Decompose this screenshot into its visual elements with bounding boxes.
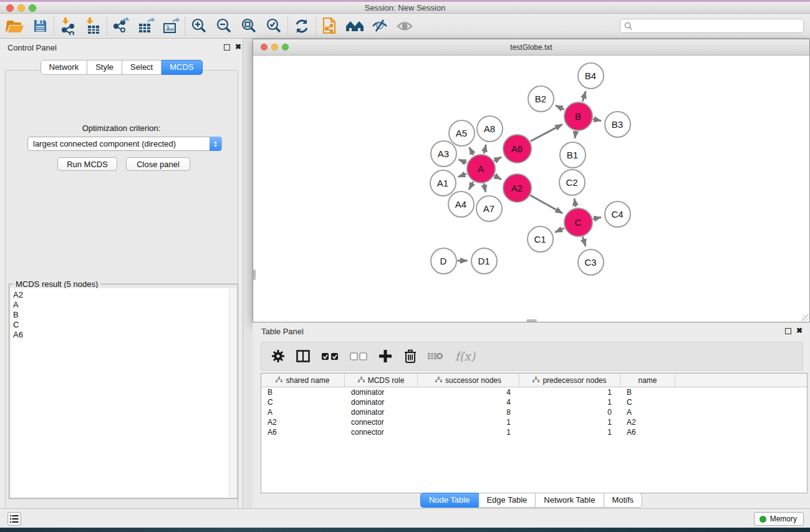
tab-network-table[interactable]: Network Table xyxy=(536,493,604,508)
table-row[interactable]: Adominator80A xyxy=(261,407,807,417)
edge-A2-C[interactable] xyxy=(530,195,562,213)
save-session-icon[interactable] xyxy=(27,16,52,37)
float-panel-icon[interactable] xyxy=(785,328,791,334)
table-row[interactable]: A6connector11A6 xyxy=(261,427,807,437)
network-canvas[interactable]: B4B2BB3B1A5A8A6A3AA1C2A2A4A7C4CC1C3DD1 xyxy=(253,56,809,322)
tab-node-table[interactable]: Node Table xyxy=(420,493,479,508)
export-network-icon[interactable] xyxy=(108,16,133,37)
edge-A6-B[interactable] xyxy=(531,124,562,141)
mcds-result-item[interactable]: C xyxy=(13,320,230,330)
table-row[interactable]: Cdominator41C xyxy=(261,397,807,407)
edge-C-C1[interactable] xyxy=(555,228,564,232)
edge-B-B4[interactable] xyxy=(582,91,586,101)
tab-mcds[interactable]: MCDS xyxy=(162,60,202,75)
hide-panel-eye-icon[interactable] xyxy=(367,16,392,37)
mcds-result-item[interactable]: A xyxy=(13,300,230,310)
delete-column-trash-icon[interactable] xyxy=(402,347,418,365)
graph-node-A6[interactable]: A6 xyxy=(503,134,532,163)
column-header-name[interactable]: name xyxy=(620,374,675,387)
task-history-button[interactable] xyxy=(7,512,21,526)
add-column-icon[interactable] xyxy=(377,347,393,365)
memory-button[interactable]: Memory xyxy=(754,512,804,526)
column-header-shared-name[interactable]: shared name xyxy=(261,374,345,387)
column-header-predecessor-nodes[interactable]: predecessor nodes xyxy=(519,374,620,387)
import-network-icon[interactable] xyxy=(55,16,80,37)
tab-style[interactable]: Style xyxy=(87,60,122,75)
mcds-result-item[interactable]: A6 xyxy=(13,330,230,340)
graph-node-A[interactable]: A xyxy=(466,154,496,183)
float-panel-icon[interactable] xyxy=(224,44,230,51)
edge-A-A6[interactable] xyxy=(494,157,501,161)
graph-node-B1[interactable]: B1 xyxy=(559,142,586,168)
zoom-fit-icon[interactable] xyxy=(236,16,261,37)
zoom-in-icon[interactable] xyxy=(186,16,211,37)
search-input[interactable] xyxy=(632,22,803,31)
mcds-result-item[interactable]: B xyxy=(13,310,230,320)
graph-node-B2[interactable]: B2 xyxy=(528,85,554,112)
graph-node-C2[interactable]: C2 xyxy=(559,169,586,196)
graph-node-A4[interactable]: A4 xyxy=(448,191,475,218)
table-row[interactable]: A2connector11A2 xyxy=(261,417,807,427)
graph-node-B3[interactable]: B3 xyxy=(604,111,631,138)
column-header-MCDS-role[interactable]: MCDS role xyxy=(345,374,418,387)
graph-node-C1[interactable]: C1 xyxy=(527,226,554,253)
new-network-icon[interactable] xyxy=(317,16,342,37)
delete-table-icon[interactable] xyxy=(427,347,443,365)
column-layout-icon[interactable] xyxy=(295,347,311,365)
graph-node-A5[interactable]: A5 xyxy=(448,120,475,147)
import-table-icon[interactable] xyxy=(80,16,105,37)
edge-C-C3[interactable] xyxy=(582,236,586,246)
graph-node-A3[interactable]: A3 xyxy=(430,140,457,167)
edge-A-A5[interactable] xyxy=(470,147,474,155)
resize-grip-icon[interactable] xyxy=(802,314,809,321)
function-builder-icon[interactable]: f(x) xyxy=(452,347,478,365)
edge-A-A8[interactable] xyxy=(484,145,486,153)
edge-A-A3[interactable] xyxy=(459,160,467,163)
close-panel-icon[interactable]: ✖ xyxy=(235,42,241,51)
mcds-result-list[interactable]: A2ABCA6 xyxy=(11,288,230,497)
graph-node-B4[interactable]: B4 xyxy=(577,62,604,89)
search-field[interactable] xyxy=(620,19,804,33)
graph-node-C[interactable]: C xyxy=(564,208,593,237)
table-row[interactable]: Bdominator41B xyxy=(261,387,807,397)
mcds-result-scrollbar[interactable] xyxy=(229,288,236,497)
optimization-criterion-dropdown[interactable]: largest connected component (directed) ▲… xyxy=(27,137,222,151)
refresh-view-icon[interactable] xyxy=(289,16,314,37)
edge-C-C4[interactable] xyxy=(593,217,601,219)
export-table-icon[interactable] xyxy=(133,16,158,37)
close-panel-icon[interactable]: ✖ xyxy=(796,326,803,335)
tab-select[interactable]: Select xyxy=(122,60,162,75)
graph-node-A1[interactable]: A1 xyxy=(430,170,456,196)
home-icon[interactable] xyxy=(342,16,367,37)
edge-A-A2[interactable] xyxy=(494,176,501,180)
deselect-all-columns-icon[interactable] xyxy=(349,347,369,365)
graph-node-D[interactable]: D xyxy=(430,248,457,274)
graph-node-A8[interactable]: A8 xyxy=(476,115,503,142)
graph-node-D1[interactable]: D1 xyxy=(471,248,498,274)
mcds-result-item[interactable]: A2 xyxy=(13,290,230,300)
table-options-gear-icon[interactable] xyxy=(270,347,286,365)
show-panel-eye-icon[interactable] xyxy=(392,16,417,37)
open-file-icon[interactable] xyxy=(2,16,27,37)
graph-node-A2[interactable]: A2 xyxy=(503,173,532,203)
graph-node-C4[interactable]: C4 xyxy=(604,201,631,228)
column-header-successor-nodes[interactable]: successor nodes xyxy=(418,374,519,387)
edge-B-B1[interactable] xyxy=(575,131,576,138)
graph-node-A7[interactable]: A7 xyxy=(476,195,503,222)
zoom-out-icon[interactable] xyxy=(211,16,236,37)
export-image-icon[interactable] xyxy=(158,16,183,37)
tab-network[interactable]: Network xyxy=(40,60,87,75)
edge-A-A4[interactable] xyxy=(469,181,473,190)
zoom-selected-icon[interactable] xyxy=(261,16,286,37)
edge-A-A1[interactable] xyxy=(458,174,466,177)
edge-B-B3[interactable] xyxy=(593,119,601,121)
edge-A-A7[interactable] xyxy=(484,183,486,192)
close-panel-button[interactable]: Close panel xyxy=(126,157,190,171)
graph-node-C3[interactable]: C3 xyxy=(577,249,604,276)
graph-node-B[interactable]: B xyxy=(564,102,593,131)
run-mcds-button[interactable]: Run MCDS xyxy=(57,157,117,171)
tab-motifs[interactable]: Motifs xyxy=(604,493,642,508)
edge-B-B2[interactable] xyxy=(556,105,564,109)
tab-edge-table[interactable]: Edge Table xyxy=(478,493,536,508)
edge-C-C2[interactable] xyxy=(574,198,576,207)
